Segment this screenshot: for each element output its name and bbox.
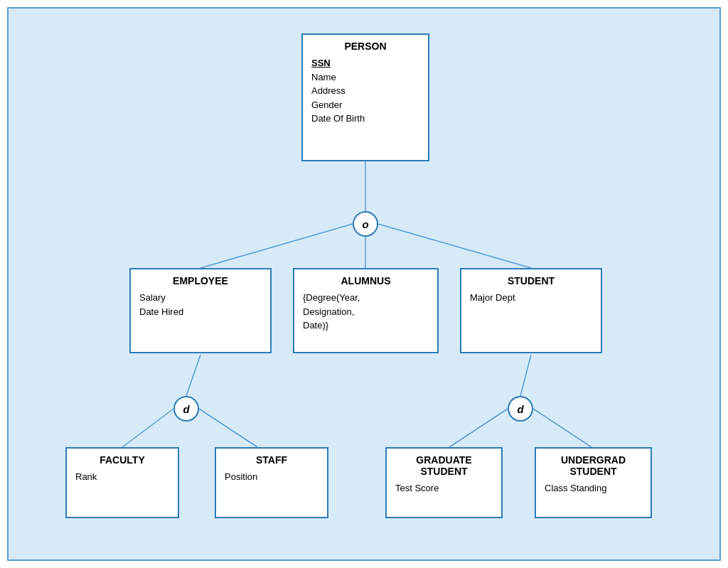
svg-line-1 [200, 224, 353, 268]
o-circle: o [353, 211, 378, 237]
svg-line-5 [122, 409, 173, 447]
svg-line-9 [533, 409, 592, 447]
person-address: Address [311, 84, 419, 98]
student-major: Major Dept [470, 291, 592, 305]
svg-line-3 [378, 224, 531, 268]
svg-line-8 [449, 409, 508, 447]
svg-line-6 [199, 409, 257, 447]
d-circle-2: d [508, 396, 533, 422]
undergrad-student-entity: UNDERGRADSTUDENT Class Standing [535, 447, 652, 518]
employee-title: EMPLOYEE [139, 275, 262, 286]
person-dob: Date Of Birth [311, 112, 419, 126]
alumnus-designation: Designation, [303, 305, 429, 319]
grad-student-title: GRADUATESTUDENT [395, 454, 493, 477]
employee-date-hired: Date Hired [139, 305, 262, 319]
faculty-rank: Rank [75, 470, 169, 484]
staff-entity: STAFF Position [215, 447, 328, 518]
employee-entity: EMPLOYEE Salary Date Hired [129, 268, 272, 353]
employee-salary: Salary [139, 291, 262, 305]
d-circle-1: d [173, 396, 199, 422]
faculty-title: FACULTY [75, 454, 169, 466]
person-name: Name [311, 70, 419, 85]
staff-title: STAFF [225, 454, 318, 466]
person-title: PERSON [311, 41, 419, 52]
person-entity: PERSON SSN Name Address Gender Date Of B… [301, 33, 429, 161]
diagram-container: PERSON SSN Name Address Gender Date Of B… [7, 7, 721, 561]
alumnus-title: ALUMNUS [303, 275, 429, 286]
grad-student-score: Test Score [395, 481, 493, 495]
person-ssn: SSN [311, 56, 419, 70]
alumnus-degree: {Degree(Year, [303, 291, 429, 305]
grad-student-entity: GRADUATESTUDENT Test Score [385, 447, 503, 518]
undergrad-student-title: UNDERGRADSTUDENT [545, 454, 642, 477]
student-entity: STUDENT Major Dept [460, 268, 602, 353]
undergrad-student-class: Class Standing [545, 481, 642, 495]
alumnus-date: Date)} [303, 318, 429, 333]
svg-line-4 [186, 355, 200, 396]
faculty-entity: FACULTY Rank [65, 447, 179, 518]
staff-position: Position [225, 470, 318, 484]
alumnus-entity: ALUMNUS {Degree(Year, Designation, Date)… [293, 268, 439, 353]
person-gender: Gender [311, 98, 419, 112]
svg-line-7 [520, 355, 531, 396]
student-title: STUDENT [470, 275, 592, 286]
